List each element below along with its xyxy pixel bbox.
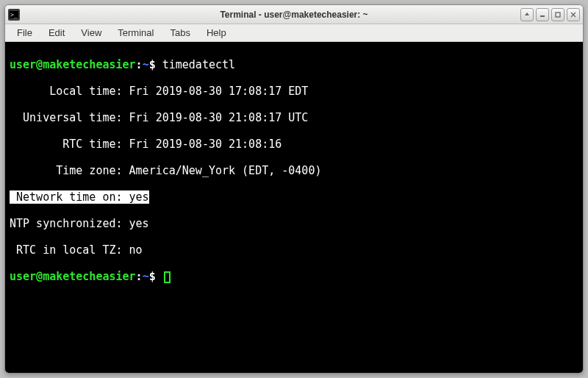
titlebar[interactable]: >_ Terminal - user@maketecheasier: ~ xyxy=(5,5,583,24)
prompt-symbol: $ xyxy=(149,58,156,71)
svg-text:>_: >_ xyxy=(10,12,18,18)
terminal-viewport[interactable]: user@maketecheasier:~$ timedatectl Local… xyxy=(5,42,583,373)
output-ntp-sync: NTP synchronized: yes xyxy=(10,217,578,230)
output-universal-time: Universal time: Fri 2019-08-30 21:08:17 … xyxy=(10,111,578,124)
menu-help[interactable]: Help xyxy=(199,25,234,40)
command-text: timedatectl xyxy=(162,58,235,71)
menu-file[interactable]: File xyxy=(10,25,40,40)
menu-terminal[interactable]: Terminal xyxy=(110,25,161,40)
output-time-zone: Time zone: America/New_York (EDT, -0400) xyxy=(10,164,578,177)
menu-edit[interactable]: Edit xyxy=(41,25,72,40)
menu-view[interactable]: View xyxy=(74,25,109,40)
window-title: Terminal - user@maketecheasier: ~ xyxy=(5,10,583,20)
terminal-window: >_ Terminal - user@maketecheasier: ~ Fil… xyxy=(4,4,584,374)
window-controls xyxy=(520,8,580,21)
maximize-button[interactable] xyxy=(551,8,564,21)
cursor xyxy=(164,271,171,283)
minimize-button[interactable] xyxy=(536,8,549,21)
svg-rect-3 xyxy=(540,15,545,17)
menubar: File Edit View Terminal Tabs Help xyxy=(5,24,583,42)
terminal-app-icon: >_ xyxy=(8,9,20,21)
prompt-path: ~ xyxy=(143,58,149,71)
output-local-time: Local time: Fri 2019-08-30 17:08:17 EDT xyxy=(10,85,578,98)
menu-tabs[interactable]: Tabs xyxy=(162,25,197,40)
prompt-line-2: user@maketecheasier:~$ xyxy=(10,270,578,283)
svg-rect-4 xyxy=(556,13,560,17)
output-rtc-local: RTC in local TZ: no xyxy=(10,243,578,257)
keep-above-button[interactable] xyxy=(520,8,534,21)
prompt-line: user@maketecheasier:~$ timedatectl xyxy=(10,58,578,71)
prompt-user-host: user@maketecheasier xyxy=(10,58,136,71)
output-network-time: Network time on: yes xyxy=(10,190,578,204)
close-button[interactable] xyxy=(567,8,580,21)
output-rtc-time: RTC time: Fri 2019-08-30 21:08:16 xyxy=(10,138,578,151)
